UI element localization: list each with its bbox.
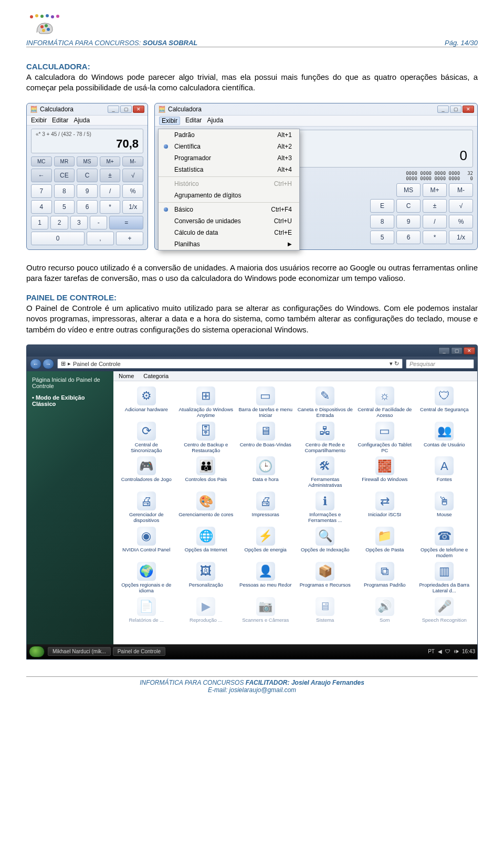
maximize-button[interactable]: ▢ <box>451 347 463 354</box>
calc-key[interactable]: / <box>423 215 447 228</box>
calc-key[interactable]: MS <box>77 156 98 166</box>
cp-item[interactable]: ▭Configurações do Tablet PC <box>356 421 414 455</box>
cp-item[interactable]: 🖼Personalização <box>177 561 235 595</box>
cp-item[interactable]: 📁Opções de Pasta <box>356 526 414 560</box>
calc-key[interactable]: 6 <box>396 231 421 244</box>
sidebar-classic-view[interactable]: Modo de Exibição Clássico <box>32 394 108 407</box>
dropdown-item[interactable]: BásicoCtrl+F4 <box>159 202 299 215</box>
calc-key[interactable]: % <box>122 184 143 198</box>
menu-item[interactable]: Exibir <box>159 117 180 125</box>
calc-key[interactable]: M- <box>449 183 473 197</box>
close-button[interactable]: ✕ <box>463 106 474 113</box>
forward-button[interactable]: → <box>43 359 54 369</box>
cp-item[interactable]: 🕒Data e hora <box>237 455 295 489</box>
calc-key[interactable]: 5 <box>370 231 394 244</box>
cp-item[interactable]: ⚡Opções de energia <box>237 526 295 560</box>
search-input[interactable]: Pesquisar <box>406 359 474 369</box>
calc-key[interactable]: + <box>116 232 143 245</box>
cp-item[interactable]: 🖨Impressoras <box>237 490 295 525</box>
start-button[interactable] <box>29 646 45 657</box>
calc-key[interactable]: M+ <box>100 156 121 166</box>
cp-item[interactable]: 📷Scanners e Câmeras <box>237 596 295 624</box>
menu-item[interactable]: Editar <box>52 117 68 124</box>
cp-item[interactable]: 🖥Sistema <box>297 596 354 624</box>
calc-key[interactable]: / <box>100 184 121 198</box>
close-button[interactable]: ✕ <box>464 347 475 354</box>
cp-item[interactable]: 🗄Centro de Backup e Restauração <box>177 421 235 455</box>
calc-key[interactable]: MS <box>396 183 421 197</box>
dropdown-item[interactable]: PadrãoAlt+1 <box>159 129 299 141</box>
calc-key[interactable]: , <box>87 232 114 245</box>
cp-item[interactable]: ▭Barra de tarefas e menu Iniciar <box>237 385 295 420</box>
cp-item[interactable]: AFontes <box>416 455 474 489</box>
cp-item[interactable]: 🖥Centro de Boas-Vindas <box>237 421 295 455</box>
language-indicator[interactable]: PT <box>428 649 435 654</box>
calc-key[interactable]: CE <box>54 169 75 182</box>
calc-key[interactable]: 3 <box>70 216 88 229</box>
menu-item[interactable]: Ajuda <box>207 117 223 125</box>
cp-item[interactable]: ⚙Adicionar hardware <box>118 385 175 420</box>
calc-key[interactable]: 6 <box>77 200 98 214</box>
cp-item[interactable]: ⇄Iniciador iSCSI <box>356 490 414 525</box>
taskbar-item[interactable]: Mikhael Narduci (mik... <box>48 647 111 656</box>
calc-key[interactable]: C <box>396 199 421 213</box>
calc-key[interactable]: √ <box>122 169 143 182</box>
close-button[interactable]: ✕ <box>133 106 144 113</box>
cp-item[interactable]: 🌐Opções da Internet <box>177 526 235 560</box>
cp-item[interactable]: ▥Propriedades da Barra Lateral d... <box>416 561 474 595</box>
column-header[interactable]: Categoria <box>143 373 169 379</box>
cp-item[interactable]: 👥Contas de Usuário <box>416 421 474 455</box>
dropdown-item[interactable]: Planilhas▶ <box>159 238 299 250</box>
calc-key[interactable]: 8 <box>370 215 394 228</box>
calc-key[interactable]: E <box>370 199 394 213</box>
calc-key[interactable]: MR <box>54 156 75 166</box>
calc-key[interactable]: 2 <box>50 216 68 229</box>
calc-key[interactable]: ± <box>423 199 447 213</box>
menu-item[interactable]: Editar <box>185 117 202 125</box>
sidebar-home-link[interactable]: Página Inicial do Painel de Controle <box>32 377 108 389</box>
calc-key[interactable]: = <box>109 216 143 229</box>
cp-item[interactable]: 🖧Centro de Rede e Compartilhamento <box>297 421 354 455</box>
cp-item[interactable]: 📦Programas e Recursos <box>297 561 354 595</box>
back-button[interactable]: ← <box>30 359 41 369</box>
cp-item[interactable]: 🔍Opções de Indexação <box>297 526 354 560</box>
minimize-button[interactable]: _ <box>437 106 449 113</box>
cp-item[interactable]: 🎤Speech Recognition <box>416 596 474 624</box>
maximize-button[interactable]: ▢ <box>450 106 461 113</box>
cp-item[interactable]: 🌍Opções regionais e de idioma <box>118 561 175 595</box>
maximize-button[interactable]: ▢ <box>120 106 132 113</box>
calc-key[interactable]: MC <box>31 156 52 166</box>
cp-item[interactable]: 🧱Firewall do Windows <box>356 455 414 489</box>
calc-key[interactable]: * <box>423 231 447 244</box>
cp-item[interactable]: ⟳Central de Sincronização <box>118 421 175 455</box>
calc-key[interactable]: % <box>449 215 473 228</box>
calc-key[interactable]: 7 <box>31 184 52 198</box>
calc-key[interactable]: 8 <box>54 184 75 198</box>
tray-icon[interactable]: 🛡 <box>445 649 450 654</box>
column-header[interactable]: Nome <box>119 373 134 379</box>
dropdown-item[interactable]: Cálculo de dataCtrl+E <box>159 227 299 238</box>
tray-icon[interactable]: 🕪 <box>454 649 459 654</box>
calc-key[interactable]: 9 <box>77 184 98 198</box>
cp-item[interactable]: ☼Central de Facilidade de Acesso <box>356 385 414 420</box>
calc-key[interactable]: 5 <box>54 200 75 214</box>
calc-key[interactable]: - <box>90 216 107 229</box>
cp-item[interactable]: 🔊Som <box>356 596 414 624</box>
calc-key[interactable]: 1 <box>31 216 48 229</box>
cp-item[interactable]: 🖱Mouse <box>416 490 474 525</box>
calc-key[interactable]: 1/x <box>449 231 473 244</box>
cp-item[interactable]: 📄Relatórios de ... <box>118 596 175 624</box>
cp-item[interactable]: 🎮Controladores de Jogo <box>118 455 175 489</box>
calc-key[interactable]: M+ <box>423 183 447 197</box>
cp-item[interactable]: 🖨Gerenciador de dispositivos <box>118 490 175 525</box>
cp-item[interactable]: ✎Caneta e Dispositivos de Entrada <box>297 385 354 420</box>
cp-item[interactable]: 👪Controles dos Pais <box>177 455 235 489</box>
calc-key[interactable]: C <box>77 169 98 182</box>
minimize-button[interactable]: _ <box>438 347 450 354</box>
cp-item[interactable]: ⧉Programas Padrão <box>356 561 414 595</box>
dropdown-item[interactable]: Agrupamento de dígitos <box>159 190 299 201</box>
cp-item[interactable]: 🛡Central de Segurança <box>416 385 474 420</box>
calc-key[interactable]: 9 <box>396 215 421 228</box>
cp-item[interactable]: ⊞Atualização do Windows Anytime <box>177 385 235 420</box>
calc-key[interactable]: 4 <box>31 200 52 214</box>
